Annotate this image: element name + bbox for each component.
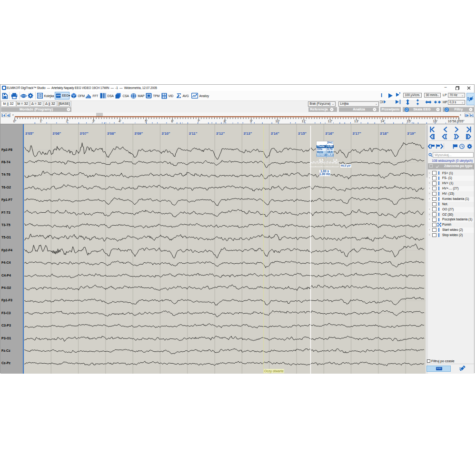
svg-text:3'19”: 3'19” [407,131,416,136]
svg-text:3'18”: 3'18” [380,131,388,136]
svg-text:6′: 6′ [171,119,174,123]
svg-text:3'17”: 3'17” [353,131,361,136]
svg-text:11′: 11′ [302,119,307,123]
svg-text:3'05”: 3'05” [25,131,34,136]
svg-text:3'16”: 3'16” [325,131,334,136]
svg-text:1′: 1′ [40,119,42,123]
svg-text:0”: 0” [13,119,17,123]
svg-text:3'14”: 3'14” [271,131,279,136]
svg-text:13′: 13′ [354,119,359,123]
svg-text:3′: 3′ [92,119,95,123]
svg-text:3'15”: 3'15” [298,131,307,136]
svg-text:3'10”: 3'10” [162,131,170,136]
svg-text:14′: 14′ [380,119,385,123]
svg-text:2′: 2′ [66,119,69,123]
svg-text:3'11”: 3'11” [189,131,198,136]
svg-text:10′: 10′ [275,119,280,123]
svg-text:3'08”: 3'08” [107,131,116,136]
svg-text:15′: 15′ [407,119,411,123]
svg-text:3'13”: 3'13” [243,131,252,136]
svg-text:1.0: 1.0 [333,159,337,162]
svg-text:4′: 4′ [119,119,121,123]
svg-text:3'06”: 3'06” [52,131,61,136]
svg-text:3'07”: 3'07” [80,131,89,136]
svg-text:16′58,655”: 16′58,655” [447,119,465,123]
svg-text:3'12”: 3'12” [216,131,225,136]
svg-text:3'09”: 3'09” [134,131,143,136]
svg-text:12′: 12′ [328,119,333,123]
svg-text:0.5: 0.5 [319,159,323,162]
